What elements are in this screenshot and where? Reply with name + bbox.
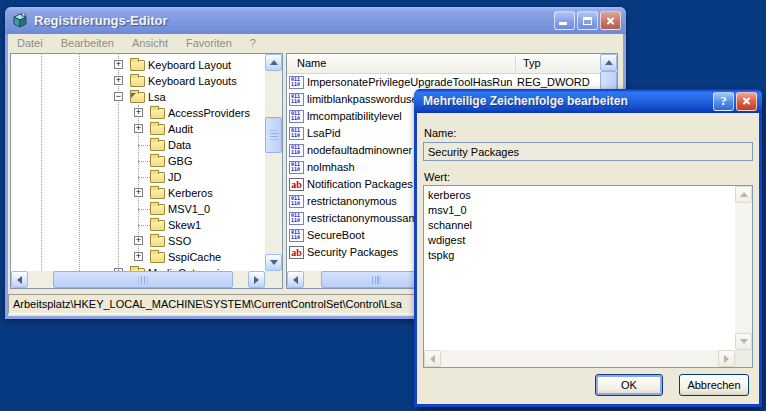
tree-item-label[interactable]: Lsa bbox=[148, 91, 166, 103]
expand-icon[interactable]: + bbox=[114, 76, 123, 85]
value-name[interactable]: nolmhash bbox=[307, 161, 355, 173]
value-name-text: Security Packages bbox=[428, 146, 519, 158]
tree-item-data[interactable]: Data bbox=[11, 137, 265, 153]
cancel-button[interactable]: Abbrechen bbox=[679, 374, 749, 396]
help-button[interactable]: ? bbox=[713, 92, 734, 111]
scroll-down-button bbox=[735, 333, 752, 350]
value-name[interactable]: Notification Packages bbox=[307, 178, 413, 190]
tree-item-sspicache[interactable]: +SspiCache bbox=[11, 249, 265, 265]
tree-item-label[interactable]: SSO bbox=[168, 235, 191, 247]
value-name[interactable]: restrictanonymoussam bbox=[307, 212, 418, 224]
arrow-down-icon bbox=[270, 260, 278, 265]
tree-item-skew1[interactable]: Skew1 bbox=[11, 217, 265, 233]
close-button[interactable] bbox=[600, 11, 621, 30]
menu-bar: DateiBearbeitenAnsichtFavoriten? bbox=[8, 34, 623, 52]
value-name[interactable]: ImpersonatePrivilegeUpgradeToolHasRun bbox=[307, 76, 512, 88]
value-name[interactable]: limitblankpassworduse bbox=[307, 93, 418, 105]
folder-icon bbox=[150, 204, 165, 215]
tree-item-label[interactable]: MSV1_0 bbox=[168, 203, 210, 215]
scroll-up-button[interactable] bbox=[265, 54, 282, 71]
tree-item-label[interactable]: Skew1 bbox=[168, 219, 201, 231]
value-name-field[interactable]: Security Packages bbox=[423, 142, 753, 161]
tree-item-label[interactable]: Data bbox=[168, 139, 191, 151]
expand-icon[interactable]: + bbox=[134, 252, 143, 261]
tree-item-label[interactable]: Keyboard Layouts bbox=[148, 75, 237, 87]
scroll-right-button[interactable] bbox=[248, 271, 265, 288]
collapse-icon[interactable]: − bbox=[114, 92, 123, 101]
menu-help[interactable]: ? bbox=[241, 37, 265, 49]
scroll-down-button[interactable] bbox=[265, 254, 282, 271]
value-name[interactable]: LsaPid bbox=[307, 127, 341, 139]
arrow-right-icon bbox=[254, 276, 259, 284]
expand-icon[interactable]: + bbox=[114, 60, 123, 69]
folder-icon bbox=[150, 156, 165, 167]
menu-datei[interactable]: Datei bbox=[8, 37, 52, 49]
menu-bearbeiten[interactable]: Bearbeiten bbox=[52, 37, 123, 49]
tree-item-label[interactable]: Audit bbox=[168, 123, 193, 135]
tree-item-label[interactable]: GBG bbox=[168, 155, 192, 167]
tree-item-keyboard-layout[interactable]: +Keyboard Layout bbox=[11, 57, 265, 73]
scroll-right-button bbox=[718, 350, 735, 367]
value-data-textarea[interactable]: kerberos msv1_0 schannel wdigest tspkg bbox=[423, 185, 753, 368]
tree-horizontal-scrollbar[interactable] bbox=[11, 271, 265, 288]
tree-item-audit[interactable]: +Audit bbox=[11, 121, 265, 137]
scroll-thumb[interactable] bbox=[265, 117, 282, 153]
scroll-left-button[interactable] bbox=[11, 271, 28, 288]
dialog-title: Mehrteilige Zeichenfolge bearbeiten bbox=[423, 94, 713, 108]
expand-icon[interactable]: + bbox=[134, 124, 143, 133]
tree-item-label[interactable]: Keyboard Layout bbox=[148, 59, 231, 71]
tree-item-label[interactable]: SspiCache bbox=[168, 251, 221, 263]
status-path: Arbeitsplatz\HKEY_LOCAL_MACHINE\SYSTEM\C… bbox=[13, 298, 402, 310]
scroll-left-button[interactable] bbox=[287, 271, 304, 288]
value-name[interactable]: nodefaultadminowner bbox=[307, 144, 412, 156]
tree-item-label[interactable]: Kerberos bbox=[168, 187, 213, 199]
tree-item-lsa[interactable]: −Lsa bbox=[11, 89, 265, 105]
reg-dword-icon: 011110 bbox=[289, 229, 304, 242]
folder-icon bbox=[150, 108, 165, 119]
tree-item-jd[interactable]: JD bbox=[11, 169, 265, 185]
value-name[interactable]: Security Packages bbox=[307, 246, 398, 258]
ok-button[interactable]: OK bbox=[595, 374, 663, 396]
column-header-name[interactable]: Name bbox=[297, 57, 326, 69]
reg-string-icon: ab bbox=[289, 246, 304, 259]
expand-icon[interactable]: + bbox=[134, 188, 143, 197]
scroll-left-button bbox=[424, 350, 441, 367]
name-label: Name: bbox=[424, 127, 456, 139]
scrollbar-corner bbox=[735, 350, 752, 367]
dialog-close-button[interactable] bbox=[736, 92, 757, 111]
scroll-up-button bbox=[735, 186, 752, 203]
value-name[interactable]: restrictanonymous bbox=[307, 195, 397, 207]
dialog-titlebar[interactable]: Mehrteilige Zeichenfolge bearbeiten ? bbox=[414, 89, 762, 113]
tree-item-gbg[interactable]: GBG bbox=[11, 153, 265, 169]
expand-icon[interactable]: + bbox=[134, 108, 143, 117]
minimize-button[interactable] bbox=[554, 11, 575, 30]
arrow-up-icon bbox=[605, 60, 613, 65]
tree-item-kerberos[interactable]: +Kerberos bbox=[11, 185, 265, 201]
tree-item-sso[interactable]: +SSO bbox=[11, 233, 265, 249]
main-titlebar[interactable]: Registrierungs-Editor bbox=[5, 7, 626, 34]
reg-dword-icon: 011110 bbox=[289, 76, 304, 89]
menu-favoriten[interactable]: Favoriten bbox=[177, 37, 241, 49]
reg-dword-icon: 011110 bbox=[289, 161, 304, 174]
tree-item-keyboard-layouts[interactable]: +Keyboard Layouts bbox=[11, 73, 265, 89]
value-name[interactable]: lmcompatibilitylevel bbox=[307, 110, 402, 122]
tree-item-accessproviders[interactable]: +AccessProviders bbox=[11, 105, 265, 121]
expand-icon[interactable]: + bbox=[134, 236, 143, 245]
value-data-text: kerberos msv1_0 schannel wdigest tspkg bbox=[424, 186, 735, 350]
column-divider[interactable] bbox=[515, 56, 516, 71]
reg-string-icon: ab bbox=[289, 178, 304, 191]
menu-ansicht[interactable]: Ansicht bbox=[123, 37, 177, 49]
column-header-typ[interactable]: Typ bbox=[523, 57, 541, 69]
scroll-thumb[interactable] bbox=[53, 271, 233, 288]
window-title: Registrierungs-Editor bbox=[34, 13, 554, 28]
minimize-icon bbox=[559, 22, 567, 25]
tree-connector bbox=[138, 177, 150, 178]
tree-item-msv1-0[interactable]: MSV1_0 bbox=[11, 201, 265, 217]
tree-vertical-scrollbar[interactable] bbox=[265, 54, 282, 271]
tree-item-label[interactable]: JD bbox=[168, 171, 181, 183]
maximize-button[interactable] bbox=[577, 11, 598, 30]
textarea-vertical-scrollbar bbox=[735, 186, 752, 350]
value-name[interactable]: SecureBoot bbox=[307, 229, 364, 241]
scroll-up-button[interactable] bbox=[600, 54, 617, 71]
tree-item-label[interactable]: AccessProviders bbox=[168, 107, 250, 119]
